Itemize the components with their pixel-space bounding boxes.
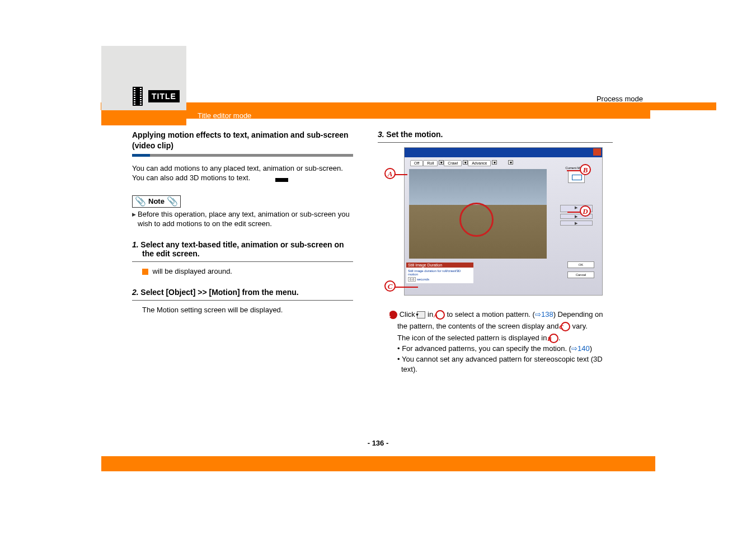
svg-rect-4 — [134, 95, 135, 96]
step-1: 1. Select any text-based title, animatio… — [132, 240, 353, 277]
sid-unit: seconds — [417, 278, 429, 281]
callout-A: A — [384, 168, 396, 179]
step-rule — [378, 142, 613, 143]
substep-line2-a: The icon of the selected pattern is disp… — [397, 334, 549, 342]
stop-button[interactable] — [560, 221, 593, 226]
callout-B-inline: B — [549, 334, 558, 343]
svg-rect-5 — [134, 97, 135, 98]
step-rule — [132, 261, 353, 262]
callout-C: C — [384, 280, 396, 292]
cancel-button[interactable]: Cancel — [567, 271, 594, 278]
arrow-link-icon: ⇨ — [535, 310, 541, 318]
header-orange-strip-end — [640, 110, 650, 119]
dropdown-icon[interactable]: ▼ — [508, 160, 513, 165]
tab-off[interactable]: Off — [410, 160, 423, 166]
svg-rect-6 — [134, 99, 135, 100]
motion-dialog-screenshot: Off Roll▼ Crawl▼ Advance▼ ▼ Current Moti… — [404, 147, 603, 296]
svg-rect-14 — [140, 99, 142, 100]
svg-rect-13 — [140, 97, 142, 98]
svg-rect-10 — [140, 90, 142, 91]
substep-text-mid4: vary. — [572, 322, 588, 330]
svg-rect-0 — [133, 87, 143, 106]
callout-D: D — [580, 205, 591, 217]
tab-advance[interactable]: Advance — [468, 160, 491, 166]
dropdown-icon[interactable]: ▼ — [439, 160, 444, 165]
callout-B: B — [580, 164, 591, 175]
clip-icon: 📎 — [135, 197, 146, 206]
dialog-right-panel: Current Motion OK Cancel — [554, 166, 599, 227]
step-3-title: Set the motion. — [386, 130, 443, 139]
header-orange-strip — [186, 110, 640, 119]
note-label: Note — [148, 197, 165, 205]
step-3-number: 3. — [378, 130, 384, 139]
svg-rect-15 — [140, 101, 142, 102]
link-138[interactable]: 138 — [541, 310, 553, 318]
section-title: Applying motion effects to text, animati… — [132, 130, 353, 151]
sid-value-input[interactable]: 0.0 — [408, 277, 416, 282]
step-2-body: The Motion setting screen will be displa… — [132, 305, 353, 315]
step-1-title: Select any text-based title, animation o… — [140, 240, 344, 258]
arrow-link-icon: ⇨ — [571, 344, 577, 353]
sid-text: Still image duration for roll/crawl/3D m… — [408, 269, 461, 276]
still-image-duration-panel: Still Image Duration Still image duratio… — [406, 263, 473, 283]
note-bullet-1: Before this operation, place any text, a… — [132, 209, 353, 229]
mode-label: Title editor mode — [198, 111, 251, 120]
left-column: Applying motion effects to text, animati… — [132, 130, 353, 315]
filmstrip-icon — [133, 87, 143, 106]
current-motion-label: Current Motion — [554, 166, 599, 170]
callout-C-inline: C — [561, 322, 570, 331]
step-1-body-text: will be displayed around. — [151, 267, 232, 275]
clip-icon: 📎 — [167, 197, 178, 206]
close-icon[interactable] — [593, 148, 601, 156]
svg-rect-2 — [134, 90, 135, 91]
step-1-body: will be displayed around. — [132, 266, 353, 277]
svg-rect-3 — [134, 92, 135, 93]
page-number: - 136 - — [0, 439, 756, 447]
motion-preview — [409, 169, 547, 259]
substep-text-mid2: to select a motion pattern. ( — [447, 310, 535, 318]
sid-title: Still Image Duration — [406, 263, 473, 268]
title-icon-group: TITLE — [133, 85, 180, 107]
substep-line2-b: . — [558, 334, 561, 342]
step-2-title: Select [Object] >> [Motion] from the men… — [140, 288, 298, 297]
tab-crawl[interactable]: Crawl — [444, 160, 462, 166]
dropdown-icon: ▼ — [417, 311, 425, 318]
bullet1-b: ) — [590, 344, 592, 353]
sub-bullet-1: • For advanced patterns, you can specify… — [378, 344, 613, 354]
svg-rect-11 — [140, 92, 142, 93]
svg-rect-8 — [134, 104, 135, 105]
svg-rect-7 — [134, 101, 135, 102]
motion-tabs: Off Roll▼ Crawl▼ Advance▼ ▼ — [410, 160, 513, 166]
selection-square-icon — [142, 269, 148, 275]
bullet2-text: You cannot set any advanced pattern for … — [401, 355, 603, 373]
intro-paragraph-2: You can also add 3D motions to text. — [132, 173, 353, 183]
substep-1: 1 Click ▼ in A to select a motion patter… — [378, 309, 613, 344]
tab-roll[interactable]: Roll — [423, 160, 438, 166]
substep-number-1: 1 — [389, 311, 397, 319]
step-1-number: 1. — [132, 240, 139, 249]
intro-paragraph-1: You can add motions to any placed text, … — [132, 163, 353, 174]
bullet1-a: For advanced patterns, you can specify t… — [402, 344, 571, 353]
sub-bullet-2: • You cannot set any advanced pattern fo… — [378, 354, 613, 374]
note-box: 📎 Note 📎 — [132, 195, 181, 208]
process-mode-label: Process mode — [597, 95, 643, 103]
dropdown-icon[interactable]: ▼ — [492, 160, 497, 165]
svg-rect-1 — [134, 88, 135, 89]
step-rule — [132, 300, 353, 301]
svg-rect-12 — [140, 95, 142, 96]
sid-body: Still image duration for roll/crawl/3D m… — [406, 268, 473, 283]
link-140[interactable]: 140 — [577, 344, 590, 353]
title-badge: TITLE — [148, 90, 180, 102]
callout-A-inline: A — [435, 310, 445, 320]
header-orange-block — [101, 110, 186, 125]
section-divider — [132, 154, 353, 157]
step-2: 2. Select [Object] >> [Motion] from the … — [132, 288, 353, 315]
footer-bar — [101, 456, 655, 471]
step-2-number: 2. — [132, 288, 139, 297]
svg-rect-9 — [140, 88, 142, 89]
svg-rect-16 — [140, 104, 142, 105]
ok-button[interactable]: OK — [567, 261, 594, 268]
right-column: 3. Set the motion. Off Roll▼ Crawl▼ Adva… — [378, 130, 613, 374]
dropdown-icon[interactable]: ▼ — [463, 160, 468, 165]
dialog-titlebar — [405, 148, 602, 157]
